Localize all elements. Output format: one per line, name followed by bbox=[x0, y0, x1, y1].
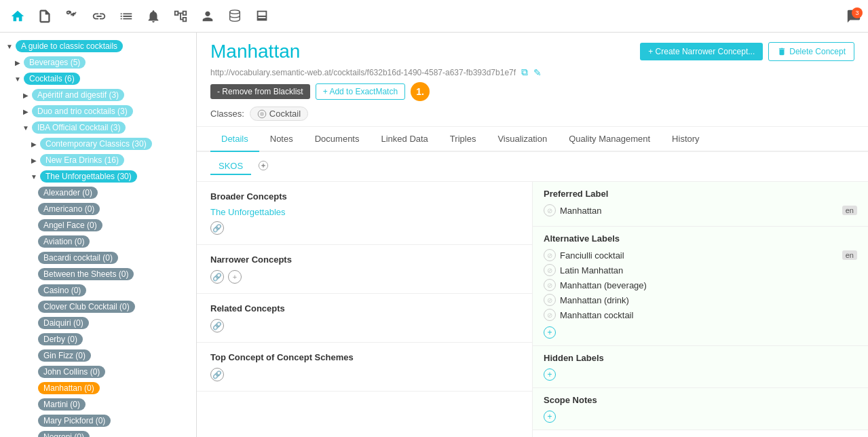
sidebar-item-casino[interactable]: Casino (0) bbox=[0, 282, 196, 299]
sidebar-item-angel-face[interactable]: Angel Face (0) bbox=[0, 217, 196, 233]
sidebar-tag-gin-fizz[interactable]: Gin Fizz (0) bbox=[38, 349, 91, 362]
sidebar-tag-derby[interactable]: Derby (0) bbox=[38, 333, 83, 345]
preferred-label-title: Preferred Label bbox=[544, 189, 857, 199]
home-icon[interactable] bbox=[7, 5, 29, 27]
sidebar-tag-martini[interactable]: Martini (0) bbox=[38, 398, 86, 411]
header-url-row: http://vocabulary.semantic-web.at/cockta… bbox=[210, 66, 854, 78]
top-concept-link-icon[interactable]: 🔗 bbox=[210, 368, 224, 381]
create-narrower-button[interactable]: + Create Narrower Concept... bbox=[640, 43, 763, 60]
alternative-labels-title: Alternative Labels bbox=[544, 233, 857, 244]
copy-url-icon[interactable]: ⧉ bbox=[521, 66, 528, 78]
sidebar-item-duo-trio[interactable]: ▶ Duo and trio cocktails (3) bbox=[0, 103, 196, 119]
sidebar-item-cocktails[interactable]: ▼ Cocktails (6) bbox=[0, 71, 196, 87]
top-concept-section: Top Concept of Concept Schemes 🔗 bbox=[197, 343, 532, 392]
alt-label-row-2: ⊘ Manhattan (beverage) bbox=[544, 279, 857, 291]
list-icon[interactable] bbox=[115, 5, 137, 27]
hidden-labels-title: Hidden Labels bbox=[544, 353, 857, 363]
sidebar-item-americano[interactable]: Americano (0) bbox=[0, 201, 196, 217]
sidebar-item-derby[interactable]: Derby (0) bbox=[0, 331, 196, 347]
tab-history[interactable]: History bbox=[661, 127, 710, 152]
sidebar-item-manhattan[interactable]: Manhattan (0) bbox=[0, 380, 196, 396]
sidebar-tag-americano[interactable]: Americano (0) bbox=[38, 203, 100, 215]
add-alt-label-button[interactable]: + bbox=[544, 326, 556, 339]
edit-url-icon[interactable]: ✎ bbox=[533, 67, 542, 78]
add-exactmatch-button[interactable]: + Add to ExactMatch bbox=[316, 83, 405, 100]
sidebar-item-martini[interactable]: Martini (0) bbox=[0, 396, 196, 413]
tab-visualization[interactable]: Visualization bbox=[487, 127, 558, 152]
sidebar-tag-root[interactable]: A guide to classic cocktails bbox=[16, 40, 123, 52]
sidebar-item-mary-pickford[interactable]: Mary Pickford (0) bbox=[0, 413, 196, 429]
preferred-label-value: Manhattan bbox=[560, 206, 601, 216]
sidebar-tag-negroni[interactable]: Negroni (0) bbox=[38, 431, 90, 437]
tab-quality-management[interactable]: Quality Management bbox=[558, 127, 661, 152]
tab-linked-data[interactable]: Linked Data bbox=[370, 127, 438, 152]
narrower-link-icon[interactable]: 🔗 bbox=[210, 270, 224, 284]
sidebar-item-negroni[interactable]: Negroni (0) bbox=[0, 429, 196, 437]
alt-label-row-4: ⊘ Manhattan cocktail bbox=[544, 309, 857, 321]
alt-label-icon-0: ⊘ bbox=[544, 249, 556, 261]
user-manage-icon[interactable] bbox=[197, 5, 219, 27]
concept-url: http://vocabulary.semantic-web.at/cockta… bbox=[210, 68, 516, 77]
add-scope-note-button[interactable]: + bbox=[544, 411, 556, 423]
messages-badge[interactable]: 3 bbox=[846, 9, 861, 24]
hierarchy-icon[interactable] bbox=[170, 5, 191, 27]
branch-icon[interactable] bbox=[61, 5, 83, 27]
sidebar-item-aperitif[interactable]: ▶ Apéritif and digestif (3) bbox=[0, 87, 196, 103]
tab-notes[interactable]: Notes bbox=[259, 127, 304, 152]
sidebar-tag-john-collins[interactable]: John Collins (0) bbox=[38, 366, 105, 378]
sidebar-tag-manhattan[interactable]: Manhattan (0) bbox=[38, 382, 100, 394]
sidebar-item-clover-club[interactable]: Clover Club Cocktail (0) bbox=[0, 299, 196, 315]
sidebar-tag-duo-trio[interactable]: Duo and trio cocktails (3) bbox=[32, 105, 133, 117]
sidebar-tag-unforgettables[interactable]: The Unforgettables (30) bbox=[40, 170, 137, 183]
tab-details[interactable]: Details bbox=[210, 127, 259, 152]
server-icon[interactable] bbox=[251, 5, 273, 27]
sidebar-tag-alexander[interactable]: Alexander (0) bbox=[38, 187, 98, 199]
sidebar-tag-cocktails[interactable]: Cocktails (6) bbox=[24, 73, 80, 85]
sidebar-tag-clover-club[interactable]: Clover Club Cocktail (0) bbox=[38, 301, 135, 313]
sidebar-tag-aperitif[interactable]: Apéritif and digestif (3) bbox=[32, 89, 124, 101]
sidebar-tag-between-sheets[interactable]: Between the Sheets (0) bbox=[38, 268, 134, 280]
sidebar-item-bacardi[interactable]: Bacardi cocktail (0) bbox=[0, 250, 196, 266]
sidebar-item-unforgettables[interactable]: ▼ The Unforgettables (30) bbox=[0, 168, 196, 185]
sidebar-item-beverages[interactable]: ▶ Beverages (5) bbox=[0, 54, 196, 71]
link-concept-icon[interactable]: 🔗 bbox=[210, 221, 224, 235]
remove-blacklist-button[interactable]: - Remove from Blacklist bbox=[210, 84, 310, 99]
add-sub-tab-icon[interactable] bbox=[255, 157, 271, 176]
sidebar-tag-iba[interactable]: IBA Official Cocktail (3) bbox=[32, 121, 126, 134]
sidebar-item-between-sheets[interactable]: Between the Sheets (0) bbox=[0, 266, 196, 282]
sidebar-tag-casino[interactable]: Casino (0) bbox=[38, 284, 86, 297]
sidebar-item-contemporary[interactable]: ▶ Contemporary Classics (30) bbox=[0, 136, 196, 152]
sidebar-tag-bacardi[interactable]: Bacardi cocktail (0) bbox=[38, 252, 118, 264]
sidebar-item-alexander[interactable]: Alexander (0) bbox=[0, 185, 196, 201]
sidebar-tag-angel-face[interactable]: Angel Face (0) bbox=[38, 219, 102, 231]
delete-concept-button[interactable]: Delete Concept bbox=[768, 42, 854, 61]
sidebar-tag-new-era[interactable]: New Era Drinks (16) bbox=[40, 154, 124, 166]
tab-triples[interactable]: Triples bbox=[439, 127, 487, 152]
sidebar-tag-beverages[interactable]: Beverages (5) bbox=[24, 56, 86, 69]
class-tag-cocktail[interactable]: Manhattan Cocktail bbox=[250, 107, 308, 121]
sidebar-tag-daiquiri[interactable]: Daiquiri (0) bbox=[38, 317, 89, 329]
sidebar-tag-mary-pickford[interactable]: Mary Pickford (0) bbox=[38, 415, 111, 427]
sidebar-item-iba[interactable]: ▼ IBA Official Cocktail (3) bbox=[0, 119, 196, 136]
database-icon[interactable] bbox=[224, 5, 246, 27]
sidebar-item-aviation[interactable]: Aviation (0) bbox=[0, 233, 196, 250]
sidebar-tag-aviation[interactable]: Aviation (0) bbox=[38, 235, 90, 248]
svg-point-0 bbox=[230, 10, 240, 14]
sidebar-tag-contemporary[interactable]: Contemporary Classics (30) bbox=[40, 138, 152, 150]
narrower-add-icon[interactable]: + bbox=[228, 270, 242, 284]
sidebar-item-gin-fizz[interactable]: Gin Fizz (0) bbox=[0, 347, 196, 364]
sidebar-item-daiquiri[interactable]: Daiquiri (0) bbox=[0, 315, 196, 331]
sub-tab-skos[interactable]: SKOS bbox=[210, 158, 251, 175]
badge-count: 3 bbox=[852, 7, 863, 18]
add-hidden-label-button[interactable]: + bbox=[544, 368, 556, 381]
document-icon[interactable] bbox=[34, 5, 56, 27]
link-chain-icon[interactable] bbox=[88, 5, 110, 27]
sidebar-item-root[interactable]: ▼ A guide to classic cocktails bbox=[0, 38, 196, 54]
bell-icon[interactable] bbox=[143, 5, 164, 27]
related-link-icon[interactable]: 🔗 bbox=[210, 319, 224, 332]
broader-concept-link[interactable]: The Unforgettables bbox=[210, 207, 286, 217]
sidebar-item-john-collins[interactable]: John Collins (0) bbox=[0, 364, 196, 380]
sidebar-item-new-era[interactable]: ▶ New Era Drinks (16) bbox=[0, 152, 196, 168]
tab-documents[interactable]: Documents bbox=[304, 127, 371, 152]
notification-badge[interactable]: 1. bbox=[411, 82, 430, 101]
